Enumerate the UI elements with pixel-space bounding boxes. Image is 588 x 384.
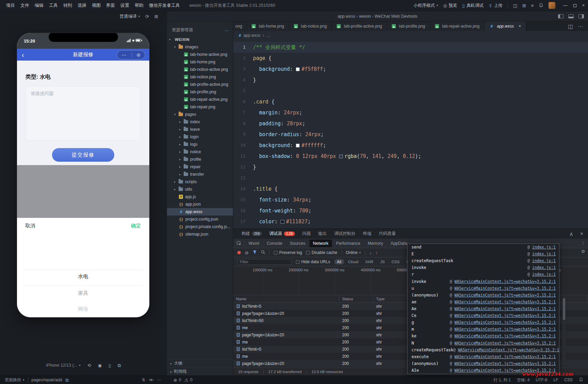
tree-file-project.config.json[interactable]: {}project.config.json bbox=[167, 215, 233, 223]
search-icon[interactable] bbox=[261, 250, 265, 256]
record-icon[interactable] bbox=[237, 251, 241, 254]
back-chevron-icon[interactable]: ‹ bbox=[22, 51, 24, 58]
initiator-link[interactable]: WAServiceMainContext.js?t=wechat&v=3.15.… bbox=[454, 286, 556, 291]
tree-folder-notice[interactable]: ▸notice bbox=[167, 148, 233, 156]
initiator-link[interactable]: WAServiceMainContext.js?t=wechat&v=3.15.… bbox=[454, 313, 556, 318]
split-editor-icon[interactable]: ◫ bbox=[568, 23, 573, 30]
panel-tab[interactable]: 代码质量 bbox=[379, 231, 396, 237]
inspect-element-icon[interactable] bbox=[237, 241, 241, 246]
tree-folder-index[interactable]: ▸index bbox=[167, 118, 233, 126]
tree-file-tab-profile-active.png[interactable]: tab-profile-active.png bbox=[167, 81, 233, 88]
network-scrollbar[interactable] bbox=[562, 297, 566, 367]
encoding[interactable]: UTF-8 bbox=[536, 378, 547, 382]
editor-tab-app.wxss[interactable]: #app.wxss× bbox=[485, 21, 526, 31]
tree-file-tab-notice.png[interactable]: tab-notice.png bbox=[167, 73, 233, 81]
tree-file-app.js[interactable]: JSapp.js bbox=[167, 193, 233, 201]
menu-item[interactable]: 选择 bbox=[75, 2, 89, 9]
panel-tab[interactable]: 问题 bbox=[302, 231, 311, 237]
breadcrumb[interactable]: # app.wxss › … bbox=[233, 31, 588, 40]
close-button[interactable]: × bbox=[582, 3, 585, 8]
kebab-menu-icon[interactable]: ⋮ bbox=[581, 240, 585, 245]
tree-folder-pages[interactable]: ▾pages bbox=[167, 111, 233, 118]
code-editor[interactable]: 1/** 全局样式变量 */2page {3 background: #f5f8… bbox=[233, 40, 588, 228]
disable-cache-checkbox[interactable]: Disable cache bbox=[306, 250, 337, 255]
picker-option-0[interactable]: 水电 bbox=[17, 273, 149, 280]
tree-folder-profile[interactable]: ▸profile bbox=[167, 156, 233, 163]
panel-layout-icon[interactable]: ◫ bbox=[513, 3, 517, 8]
initiator-link[interactable]: WAServiceMainContext.js?t=wechat&v=3.15.… bbox=[454, 341, 556, 346]
menu-item[interactable]: 视图 bbox=[89, 2, 103, 9]
tree-folder-transfer[interactable]: ▸transfer bbox=[167, 171, 233, 178]
eol[interactable]: LF bbox=[553, 378, 558, 382]
editor-tab-tab-repair-active.png[interactable]: tab-repair-active.png bbox=[430, 21, 485, 31]
menu-item[interactable]: 工具 bbox=[46, 2, 61, 9]
export-har-icon[interactable]: ↑ bbox=[375, 251, 378, 255]
filter-pill-Cloud[interactable]: Cloud bbox=[346, 259, 361, 265]
initiator-link[interactable]: WAServiceMainContext.js?t=wechat&v=3.15.… bbox=[454, 279, 556, 284]
filter-pill-XHR[interactable]: XHR bbox=[363, 259, 376, 265]
menu-item[interactable]: 帮助 bbox=[132, 2, 146, 9]
toggle-sidebar-right-icon[interactable] bbox=[578, 14, 584, 18]
maximize-button[interactable] bbox=[573, 4, 576, 7]
timeline-section[interactable]: ▸ 时间线 bbox=[167, 367, 233, 375]
devtools-tab-Console[interactable]: Console bbox=[263, 240, 286, 247]
editor-tab-tab-profile.png[interactable]: tab-profile.png bbox=[387, 21, 430, 31]
device-select[interactable]: iPhone 12/13 (...▾ bbox=[46, 363, 81, 368]
menu-item[interactable]: 项目 bbox=[3, 2, 18, 9]
close-panel-icon[interactable]: × bbox=[580, 231, 583, 237]
toggle-sidebar-left-icon[interactable] bbox=[558, 14, 564, 18]
initiator-link[interactable]: index.js:1 bbox=[532, 272, 556, 277]
devtools-tab-Sources[interactable]: Sources bbox=[286, 240, 309, 247]
avatar[interactable] bbox=[549, 2, 555, 9]
indentation[interactable]: 空格: 4 bbox=[517, 377, 530, 383]
initiator-link[interactable]: index.js:1 bbox=[532, 258, 556, 263]
eye-icon[interactable] bbox=[149, 378, 154, 382]
snapshot-icon[interactable]: ⧉ bbox=[118, 363, 121, 368]
tree-folder-logs[interactable]: ▸logs bbox=[167, 141, 233, 148]
panel-tab[interactable]: 调试控制台 bbox=[334, 231, 356, 237]
tree-file-tab-home-active.png[interactable]: tab-home-active.png bbox=[167, 51, 233, 58]
menu-item[interactable]: 转到 bbox=[61, 2, 75, 9]
list-icon[interactable]: ≡ bbox=[531, 3, 534, 8]
tree-file-tab-repair-active.png[interactable]: tab-repair-active.png bbox=[167, 96, 233, 103]
menu-item[interactable]: 设置 bbox=[118, 2, 132, 9]
tree-folder-repair[interactable]: ▸repair bbox=[167, 163, 233, 171]
hide-data-urls-checkbox[interactable]: Hide data URLs bbox=[296, 259, 330, 264]
device-frame-icon[interactable]: ▯ bbox=[108, 363, 111, 368]
devtools-tab-Memory[interactable]: Memory bbox=[364, 240, 386, 247]
initiator-link[interactable]: WAServiceMainContext.js?t=wechat&v=3.15.… bbox=[458, 348, 559, 352]
close-icon[interactable]: × bbox=[519, 24, 521, 29]
initiator-link[interactable]: index.js:1 bbox=[532, 265, 556, 270]
panel-tab[interactable]: 输出 bbox=[318, 231, 327, 237]
devtools-tab-Performance[interactable]: Performance bbox=[333, 240, 364, 247]
network-col-Name[interactable]: Name bbox=[233, 295, 339, 302]
grid-icon[interactable]: ⊞ bbox=[522, 3, 526, 8]
explorer-more-icon[interactable]: ⋯ bbox=[225, 28, 229, 33]
editor-tab-tab-profile-active.png[interactable]: tab-profile-active.png bbox=[332, 21, 387, 31]
picker-option-1[interactable]: 家具 bbox=[17, 290, 149, 297]
remote-debug-button[interactable]: ▯真机调试 bbox=[462, 3, 483, 9]
collapse-panel-icon[interactable]: ∧ bbox=[569, 231, 573, 237]
initiator-link[interactable]: WAServiceMainContext.js?t=wechat&v=3.15.… bbox=[454, 354, 556, 359]
devtools-tab-Wxml[interactable]: Wxml bbox=[245, 240, 263, 247]
clear-icon[interactable]: ⊘ bbox=[245, 251, 249, 255]
filter-toggle-icon[interactable] bbox=[253, 250, 257, 256]
tree-file-tab-notice-active.png[interactable]: tab-notice-active.png bbox=[167, 66, 233, 73]
tree-folder-leave[interactable]: ▸leave bbox=[167, 126, 233, 133]
page-path-value[interactable]: pages/repair/add bbox=[32, 378, 62, 382]
description-textarea[interactable]: 请描述问题 bbox=[26, 86, 141, 141]
tree-folder-login[interactable]: ▸login bbox=[167, 133, 233, 141]
toggle-panel-icon[interactable] bbox=[568, 14, 574, 18]
editor-tab-tab-home.png[interactable]: tab-home.png bbox=[247, 21, 289, 31]
bell-icon[interactable] bbox=[579, 377, 583, 383]
panel-tab[interactable]: 终端 bbox=[363, 231, 371, 237]
initiator-link[interactable]: WAServiceMainContext.js?t=wechat&v=3.15.… bbox=[454, 293, 556, 298]
cancel-button[interactable]: 取消 bbox=[25, 223, 35, 229]
initiator-link[interactable]: WAServiceMainContext.js?t=wechat&v=3.15.… bbox=[454, 306, 556, 311]
editor-tab-ong[interactable]: ong bbox=[233, 21, 247, 31]
tree-root[interactable]: ▾ WEIXIN bbox=[167, 36, 233, 43]
picker-option-2[interactable]: 网络 bbox=[17, 306, 149, 313]
initiator-link[interactable]: WAServiceMainContext.js?t=wechat&v=3.15.… bbox=[454, 300, 556, 304]
menu-item[interactable]: 编辑 bbox=[32, 2, 46, 9]
capture-icon[interactable]: ◉ bbox=[98, 363, 102, 368]
